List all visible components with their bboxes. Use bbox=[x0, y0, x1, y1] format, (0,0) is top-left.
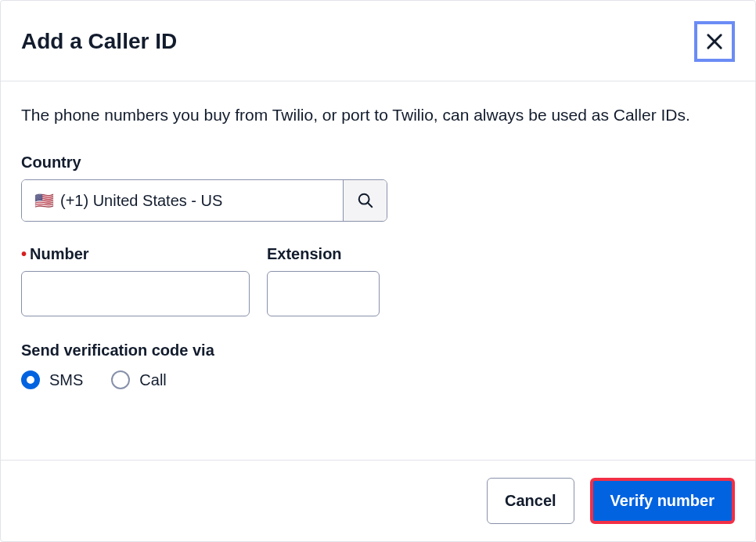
verification-label: Send verification code via bbox=[21, 341, 735, 360]
extension-input[interactable] bbox=[267, 271, 380, 316]
country-field: Country 🇺🇸 (+1) United States - US bbox=[21, 154, 735, 222]
country-select-value[interactable]: 🇺🇸 (+1) United States - US bbox=[22, 180, 343, 221]
radio-icon bbox=[111, 370, 130, 389]
verify-number-button[interactable]: Verify number bbox=[590, 478, 735, 524]
modal-title: Add a Caller ID bbox=[21, 29, 177, 54]
modal-header: Add a Caller ID bbox=[1, 1, 755, 81]
country-label: Country bbox=[21, 154, 735, 172]
number-label-text: Number bbox=[30, 245, 89, 262]
verification-radio-group: SMS Call bbox=[21, 370, 735, 389]
number-label: •Number bbox=[21, 245, 250, 263]
radio-label-call: Call bbox=[139, 371, 166, 389]
radio-icon bbox=[21, 370, 40, 389]
radio-label-sms: SMS bbox=[49, 371, 83, 389]
modal-description: The phone numbers you buy from Twilio, o… bbox=[21, 103, 735, 127]
extension-label: Extension bbox=[267, 245, 380, 263]
country-select[interactable]: 🇺🇸 (+1) United States - US bbox=[21, 179, 387, 222]
extension-field: Extension bbox=[267, 245, 380, 316]
close-icon bbox=[704, 31, 725, 52]
search-icon bbox=[357, 192, 374, 209]
number-field: •Number bbox=[21, 245, 250, 316]
verification-option-sms[interactable]: SMS bbox=[21, 370, 83, 389]
verification-field: Send verification code via SMS Call bbox=[21, 341, 735, 389]
cancel-button[interactable]: Cancel bbox=[487, 478, 574, 524]
country-flag-icon: 🇺🇸 bbox=[34, 191, 54, 210]
required-indicator: • bbox=[21, 245, 27, 262]
country-search-button[interactable] bbox=[343, 180, 387, 221]
verification-option-call[interactable]: Call bbox=[111, 370, 166, 389]
number-extension-row: •Number Extension bbox=[21, 245, 735, 316]
country-selected-text: (+1) United States - US bbox=[60, 192, 222, 210]
modal-body: The phone numbers you buy from Twilio, o… bbox=[1, 81, 755, 460]
svg-line-3 bbox=[367, 203, 372, 208]
modal-footer: Cancel Verify number bbox=[1, 460, 755, 541]
close-button[interactable] bbox=[694, 21, 735, 62]
add-caller-id-modal: Add a Caller ID The phone numbers you bu… bbox=[0, 0, 756, 542]
number-input[interactable] bbox=[21, 271, 250, 316]
